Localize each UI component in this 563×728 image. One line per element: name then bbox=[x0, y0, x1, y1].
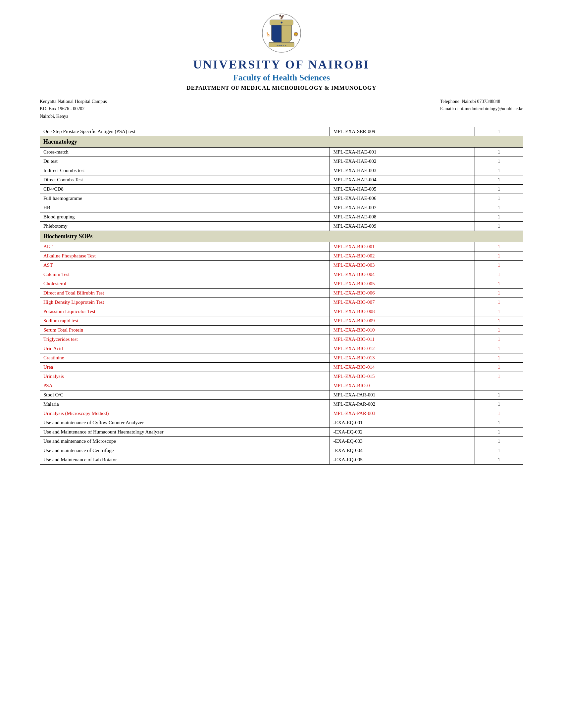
table-row: UrinalysisMPL-EXA-BIO-0151 bbox=[40, 372, 523, 381]
test-code: MPL-EXA-BIO-009 bbox=[330, 316, 475, 326]
table-row: Triglycerides testMPL-EXA-BIO-0111 bbox=[40, 335, 523, 344]
test-code: MPL-EXA-BIO-0 bbox=[330, 381, 475, 390]
table-row: CD4/CD8MPL-EXA-HAE-0051 bbox=[40, 185, 523, 194]
test-code: MPL-EXA-HAE-006 bbox=[330, 194, 475, 203]
address-line-3: Nairobi, Kenya bbox=[40, 113, 107, 120]
test-name: Direct Coombs Test bbox=[40, 175, 330, 185]
test-code: MPL-EXA-BIO-003 bbox=[330, 261, 475, 270]
table-row: Direct Coombs TestMPL-EXA-HAE-0041 bbox=[40, 175, 523, 185]
table-row: Alkaline Phosphatase TestMPL-EXA-BIO-002… bbox=[40, 251, 523, 261]
table-row: Sodium rapid testMPL-EXA-BIO-0091 bbox=[40, 316, 523, 326]
test-name: Creatinine bbox=[40, 353, 330, 363]
test-number: 1 bbox=[475, 446, 523, 455]
test-code: MPL-EXA-BIO-007 bbox=[330, 298, 475, 307]
table-row: Indirect Coombs testMPL-EXA-HAE-0031 bbox=[40, 166, 523, 175]
table-row: Haematology bbox=[40, 136, 523, 148]
test-name: PSA bbox=[40, 381, 330, 390]
table-row: CreatinineMPL-EXA-BIO-0131 bbox=[40, 353, 523, 363]
test-code: MPL-EXA-BIO-015 bbox=[330, 372, 475, 381]
table-row: Potassium Liquicolor TestMPL-EXA-BIO-008… bbox=[40, 307, 523, 316]
table-row: Stool O/CMPL-EXA-PAR-0011 bbox=[40, 390, 523, 400]
table-row: Use and maintenance of Microscope-EXA-EQ… bbox=[40, 437, 523, 446]
test-number: 1 bbox=[475, 409, 523, 418]
test-number: 1 bbox=[475, 251, 523, 261]
svg-text:🦅: 🦅 bbox=[279, 14, 285, 20]
test-number: 1 bbox=[475, 203, 523, 212]
test-number: 1 bbox=[475, 400, 523, 409]
main-table: One Step Prostate Specific Antigen (PSA)… bbox=[40, 127, 523, 465]
test-code: -EXA-EQ-001 bbox=[330, 418, 475, 428]
table-row: Blood groupingMPL-EXA-HAE-0081 bbox=[40, 212, 523, 222]
table-row: Use and Maintenance of Lab Rotator-EXA-E… bbox=[40, 455, 523, 465]
table-row: PhlebotomyMPL-EXA-HAE-0091 bbox=[40, 222, 523, 231]
test-number: 1 bbox=[475, 390, 523, 400]
test-code: MPL-EXA-HAE-009 bbox=[330, 222, 475, 231]
address-line-1: Kenyatta National Hospital Campus bbox=[40, 98, 107, 105]
test-name: ALT bbox=[40, 242, 330, 251]
test-name: Phlebotomy bbox=[40, 222, 330, 231]
test-code: MPL-EXA-BIO-011 bbox=[330, 335, 475, 344]
test-code: MPL-EXA-BIO-006 bbox=[330, 289, 475, 298]
test-number: 1 bbox=[475, 428, 523, 437]
section-header-cell: Haematology bbox=[40, 136, 523, 148]
section-header-cell: Biochemistry SOPs bbox=[40, 231, 523, 242]
address-left: Kenyatta National Hospital Campus P.O. B… bbox=[40, 98, 107, 120]
test-code: -EXA-EQ-004 bbox=[330, 446, 475, 455]
test-number: 1 bbox=[475, 175, 523, 185]
test-number: 1 bbox=[475, 298, 523, 307]
test-code: MPL-EXA-BIO-002 bbox=[330, 251, 475, 261]
table-row: Use and maintenance of Centrifuge-EXA-EQ… bbox=[40, 446, 523, 455]
table-row: Serum Total ProteinMPL-EXA-BIO-0101 bbox=[40, 326, 523, 335]
test-code: -EXA-EQ-003 bbox=[330, 437, 475, 446]
test-number: 1 bbox=[475, 344, 523, 353]
test-code: MPL-EXA-PAR-001 bbox=[330, 390, 475, 400]
test-code: MPL-EXA-HAE-005 bbox=[330, 185, 475, 194]
test-name: Serum Total Protein bbox=[40, 326, 330, 335]
test-name: Use and maintenance of Microscope bbox=[40, 437, 330, 446]
test-number: 1 bbox=[475, 157, 523, 166]
test-name: Use and maintenance of Cyflow Counter An… bbox=[40, 418, 330, 428]
test-name: One Step Prostate Specific Antigen (PSA)… bbox=[40, 127, 330, 136]
test-number: 1 bbox=[475, 353, 523, 363]
test-name: Uric Acid bbox=[40, 344, 330, 353]
test-number: 1 bbox=[475, 270, 523, 279]
test-name: Use and Maintenance of Lab Rotator bbox=[40, 455, 330, 465]
department-title: DEPARTMENT OF MEDICAL MICROBIOLOGY & IMM… bbox=[40, 85, 523, 91]
email: E-mail: dept-medmicrobiology@uonbi.ac.ke bbox=[440, 105, 523, 113]
table-row: Use and Maintenance of Humacount Haemato… bbox=[40, 428, 523, 437]
test-code: MPL-EXA-PAR-003 bbox=[330, 409, 475, 418]
university-crest: ✦ 🦅 SERVICE 🦒 🦁 bbox=[261, 13, 302, 53]
test-number: 1 bbox=[475, 289, 523, 298]
test-name: Triglycerides test bbox=[40, 335, 330, 344]
test-code: MPL-EXA-BIO-008 bbox=[330, 307, 475, 316]
test-name: High Density Lipoprotein Test bbox=[40, 298, 330, 307]
test-name: Urinalysis (Microscopy Method) bbox=[40, 409, 330, 418]
table-row: MalariaMPL-EXA-PAR-0021 bbox=[40, 400, 523, 409]
test-number: 1 bbox=[475, 242, 523, 251]
page-header: ✦ 🦅 SERVICE 🦒 🦁 UNIVERSITY OF NAIROBI Fa… bbox=[40, 13, 523, 91]
faculty-title: Faculty of Health Sciences bbox=[40, 73, 523, 83]
test-number: 1 bbox=[475, 437, 523, 446]
table-row: CholesterolMPL-EXA-BIO-0051 bbox=[40, 279, 523, 289]
test-name: Stool O/C bbox=[40, 390, 330, 400]
test-number: 1 bbox=[475, 418, 523, 428]
test-number: 1 bbox=[475, 127, 523, 136]
test-name: Indirect Coombs test bbox=[40, 166, 330, 175]
svg-text:🦒: 🦒 bbox=[265, 32, 270, 37]
test-number bbox=[475, 381, 523, 390]
test-number: 1 bbox=[475, 261, 523, 270]
table-row: ASTMPL-EXA-BIO-0031 bbox=[40, 261, 523, 270]
test-code: MPL-EXA-BIO-014 bbox=[330, 363, 475, 372]
test-name: Blood grouping bbox=[40, 212, 330, 222]
svg-text:🦁: 🦁 bbox=[294, 32, 299, 37]
test-name: AST bbox=[40, 261, 330, 270]
test-name: Du test bbox=[40, 157, 330, 166]
test-name: Cross-match bbox=[40, 148, 330, 157]
test-code: MPL-EXA-PAR-002 bbox=[330, 400, 475, 409]
table-row: PSAMPL-EXA-BIO-0 bbox=[40, 381, 523, 390]
table-row: Biochemistry SOPs bbox=[40, 231, 523, 242]
table-row: Cross-matchMPL-EXA-HAE-0011 bbox=[40, 148, 523, 157]
table-row: HBMPL-EXA-HAE-0071 bbox=[40, 203, 523, 212]
test-code: MPL-EXA-HAE-008 bbox=[330, 212, 475, 222]
test-number: 1 bbox=[475, 326, 523, 335]
